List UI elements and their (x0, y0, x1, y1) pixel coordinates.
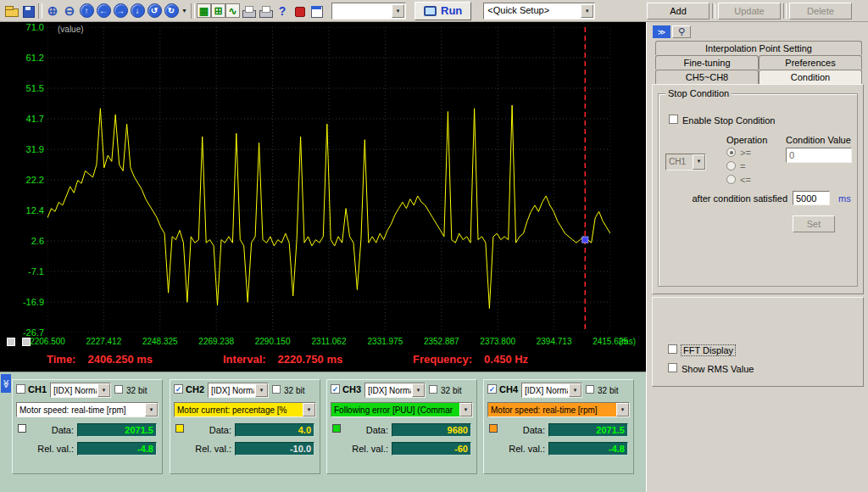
tab-preferences[interactable]: Preferences (759, 55, 862, 70)
ch1-visible-checkbox[interactable] (16, 384, 25, 394)
stop-icon[interactable] (291, 3, 308, 20)
pan-up-icon[interactable]: ↑ (78, 3, 95, 20)
collapse-channel-panel-button[interactable]: ≫ (1, 374, 11, 393)
scope-marker-button-1[interactable] (7, 338, 15, 346)
collapse-sidebar-button[interactable]: ≫ (653, 25, 670, 38)
report-window-icon[interactable] (308, 3, 325, 20)
ch3-data-value: 9680 (392, 423, 471, 437)
channel-panel: ≫ CH1 [IDX] Norma▼ 32 bit Motor speed: r… (0, 372, 646, 492)
ch4-signal-combo[interactable]: Motor speed: real-time [rpm]▼ (487, 402, 630, 417)
ch2-data-value: 4.0 (235, 423, 314, 437)
after-condition-input[interactable]: 5000 (793, 191, 830, 205)
x-axis-tick: 2206.500 (30, 337, 65, 346)
grid-toggle-icon[interactable]: ⊞ (211, 3, 225, 18)
operation-le-radio[interactable] (726, 175, 736, 184)
quick-setup-combo[interactable]: <Quick Setup> ▼ (483, 3, 595, 20)
ch3-rel-value: -60 (392, 442, 471, 456)
ch4-visible-checkbox[interactable]: ✓ (487, 384, 497, 394)
ch2-32bit-checkbox[interactable] (272, 385, 281, 394)
pin-icon[interactable]: ⚲ (672, 25, 691, 38)
monitor-icon (424, 6, 437, 16)
waveform-capture-icon[interactable]: ∿ (225, 3, 240, 18)
ch2-data-label: Data: (184, 425, 231, 435)
ch2-visible-checkbox[interactable]: ✓ (174, 384, 183, 394)
chevron-down-icon[interactable]: ▼ (581, 4, 593, 18)
ch1-label: CH1 (28, 384, 47, 394)
ch4-index-mode-combo[interactable]: [IDX] Norma▼ (521, 383, 582, 398)
chevron-down-icon[interactable]: ▼ (255, 383, 268, 397)
enable-stop-condition-checkbox[interactable] (669, 115, 678, 124)
x-axis-tick: 2311.062 (312, 337, 347, 346)
tab-fine-tuning[interactable]: Fine-tuning (655, 55, 759, 70)
ch3-32bit-checkbox[interactable] (429, 385, 437, 394)
ch2-32bit-label: 32 bit (284, 386, 304, 395)
zoom-in-icon[interactable]: ⊕ (44, 3, 61, 20)
y-axis-tick: 31.9 (8, 144, 44, 154)
operation-eq-radio[interactable] (726, 161, 736, 171)
pan-down-icon[interactable]: ↓ (129, 3, 146, 20)
chevron-down-icon[interactable]: ▼ (569, 383, 581, 397)
add-button[interactable]: Add (647, 3, 709, 20)
toolbar-combo[interactable]: ▼ (331, 3, 406, 20)
toolbar-separator (38, 3, 42, 19)
ch1-color-swatch (18, 424, 26, 433)
open-file-icon[interactable] (3, 3, 19, 20)
ch4-color-swatch (489, 424, 498, 433)
cursor-status-bar: Time:2406.250 ms Interval:2220.750 ms Fr… (0, 353, 646, 370)
tab-condition[interactable]: Condition (759, 70, 862, 84)
operation-ge-radio[interactable] (726, 148, 736, 157)
ch2-index-mode-combo[interactable]: [IDX] Norma▼ (208, 383, 269, 398)
stop-condition-channel-combo[interactable]: CH1 ▼ (665, 154, 706, 171)
help-icon[interactable]: ? (274, 3, 291, 20)
ch3-visible-checkbox[interactable]: ✓ (331, 384, 340, 394)
undo-zoom-icon[interactable]: ↺ (146, 3, 163, 20)
x-axis-tick: 2269.238 (198, 337, 234, 346)
ch3-index-mode-combo[interactable]: [IDX] Norma▼ (364, 383, 426, 398)
fft-display-checkbox[interactable] (668, 344, 677, 354)
fft-display-label: FFT Display (682, 345, 735, 355)
pan-right-icon[interactable]: → (112, 3, 129, 20)
condition-tab-page: Stop Condition Enable Stop Condition Ope… (652, 84, 864, 294)
ch4-32bit-checkbox[interactable] (586, 385, 594, 394)
tab-ch5-ch8[interactable]: CH5~CH8 (655, 70, 759, 84)
chevron-down-icon[interactable]: ▼ (693, 154, 705, 170)
cursor-interval: Interval:2220.750 ms (223, 353, 342, 366)
pan-left-icon[interactable]: ← (95, 3, 112, 20)
chevron-down-icon[interactable]: ▼ (616, 403, 629, 417)
ch3-signal-combo[interactable]: Following error [PUU] (Commar▼ (331, 402, 473, 417)
chevron-down-icon[interactable]: ▼ (145, 403, 158, 417)
x-axis-tick: 2227.412 (86, 337, 122, 346)
ch1-rel-label: Rel. val.: (26, 444, 74, 454)
print-preview-icon[interactable] (257, 3, 274, 20)
save-icon[interactable] (19, 3, 36, 20)
x-axis-tick: 2373.800 (480, 337, 515, 346)
ch1-index-mode-combo[interactable]: [IDX] Norma▼ (50, 383, 111, 398)
more-tools-dropdown-icon[interactable]: ▼ (180, 3, 189, 20)
y-axis-tick: -16.9 (8, 297, 44, 307)
show-rms-checkbox[interactable] (668, 363, 677, 372)
zoom-window-icon[interactable]: ▦ (197, 3, 211, 18)
condition-value-input[interactable]: 0 (786, 148, 852, 163)
run-button-label: Run (441, 4, 462, 17)
scope-plot[interactable] (47, 27, 610, 333)
zoom-out-icon[interactable]: ⊖ (61, 3, 78, 20)
chevron-down-icon[interactable]: ▼ (412, 383, 425, 397)
chevron-down-icon[interactable]: ▼ (303, 403, 315, 417)
chevron-down-icon[interactable]: ▼ (459, 403, 472, 417)
ch1-32bit-checkbox[interactable] (114, 385, 123, 394)
tab-interpolation-point-setting[interactable]: Interpolation Point Setting (655, 41, 862, 55)
run-button[interactable]: Run (415, 2, 471, 20)
ch3-label: CH3 (342, 384, 361, 394)
after-condition-label: after condition satisfied (676, 193, 787, 204)
chevron-down-icon[interactable]: ▼ (392, 4, 404, 18)
ch1-signal-combo[interactable]: Motor speed: real-time [rpm]▼ (16, 402, 159, 417)
ch2-signal-combo[interactable]: Motor current: percentage [%▼ (174, 402, 316, 417)
update-button[interactable]: Update (718, 3, 781, 20)
delete-button[interactable]: Delete (789, 3, 852, 20)
set-button[interactable]: Set (793, 215, 835, 232)
chevron-down-icon[interactable]: ▼ (97, 383, 110, 397)
ch1-data-value: 2071.5 (77, 423, 157, 437)
ch2-index-mode-value: [IDX] Norma (211, 386, 254, 395)
redo-zoom-icon[interactable]: ↻ (163, 3, 180, 20)
print-icon[interactable] (240, 3, 257, 20)
